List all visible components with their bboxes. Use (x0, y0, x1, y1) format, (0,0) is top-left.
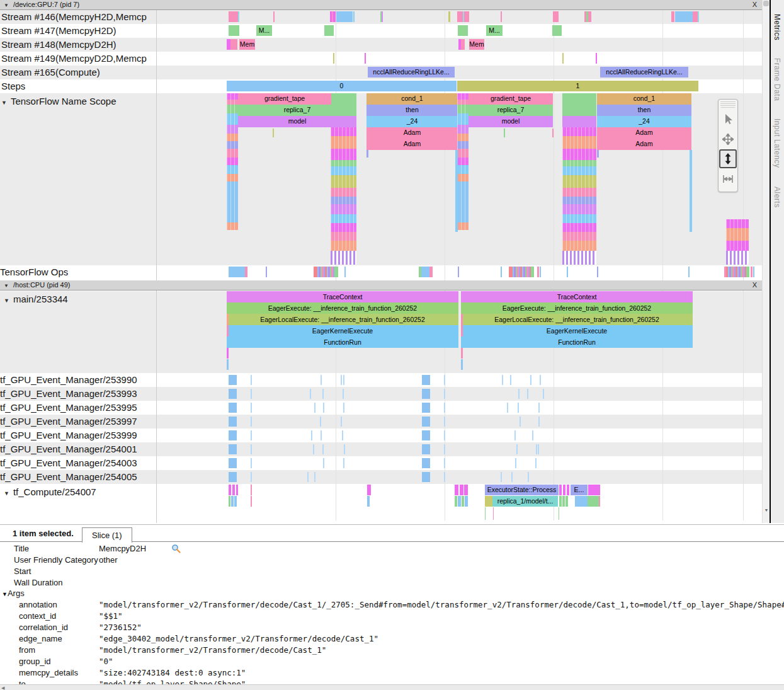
trace-event[interactable] (753, 267, 754, 277)
trace-event[interactable] (530, 375, 531, 385)
trace-event[interactable]: model (238, 116, 356, 127)
trace-event[interactable] (251, 430, 252, 440)
trace-event[interactable] (565, 496, 568, 507)
trace-event[interactable] (310, 389, 311, 399)
trace-event[interactable] (597, 150, 599, 158)
trace-event[interactable] (251, 403, 252, 413)
collapse-arrow-icon[interactable]: ▼ (4, 3, 9, 8)
trace-event[interactable] (367, 485, 371, 495)
trace-event[interactable] (422, 403, 430, 413)
trace-event[interactable] (559, 507, 559, 520)
trace-event[interactable] (341, 375, 342, 385)
trace-event[interactable] (251, 496, 252, 507)
trace-event[interactable] (514, 430, 516, 440)
trace-event[interactable] (229, 389, 237, 399)
trace-event[interactable] (444, 389, 445, 399)
pan-tool-button[interactable] (719, 129, 737, 149)
trace-event[interactable]: M... (256, 25, 272, 36)
trace-event[interactable] (422, 472, 430, 482)
trace-event[interactable] (690, 150, 692, 232)
trace-event[interactable]: M... (486, 25, 503, 36)
trace-event[interactable] (688, 267, 690, 277)
trace-event[interactable] (238, 11, 239, 22)
trace-event[interactable] (227, 348, 229, 359)
args-section-header[interactable]: ▼Args (2, 589, 25, 598)
trace-event[interactable] (460, 485, 463, 495)
scroll-left-icon[interactable]: ◀ (1, 685, 4, 690)
trace-event[interactable] (538, 417, 540, 427)
trace-event[interactable] (501, 267, 502, 277)
trace-event[interactable] (562, 496, 565, 507)
trace-event[interactable] (307, 472, 309, 482)
trace-event[interactable] (671, 11, 674, 22)
trace-event[interactable] (448, 11, 450, 22)
trace-event[interactable] (567, 485, 569, 495)
trace-event[interactable] (562, 93, 596, 105)
trace-event[interactable]: Adam (597, 127, 691, 139)
trace-event[interactable] (562, 53, 564, 64)
trace-event[interactable] (251, 472, 252, 482)
trace-event[interactable] (461, 39, 465, 50)
trace-event[interactable] (693, 11, 698, 22)
scrollbar-thumb[interactable] (763, 1, 769, 6)
trace-event[interactable]: ncclAllReduceRingLLKe... (368, 67, 455, 78)
trace-event[interactable]: 0 (227, 81, 457, 91)
trace-event[interactable] (314, 472, 315, 482)
trace-event-edge[interactable] (461, 314, 463, 325)
trace-event[interactable]: gradient_tape (238, 93, 331, 105)
trace-event[interactable] (314, 403, 315, 413)
trace-event[interactable] (455, 150, 458, 232)
trace-event[interactable]: EagerExecute: __inference_train_function… (461, 302, 693, 314)
trace-event[interactable] (322, 444, 324, 454)
trace-event[interactable]: Mem (239, 39, 255, 50)
trace-event[interactable] (422, 389, 430, 399)
trace-event[interactable] (444, 403, 445, 413)
trace-event[interactable] (229, 11, 238, 22)
trace-event[interactable] (516, 444, 518, 454)
trace-event[interactable] (382, 11, 383, 22)
trace-event[interactable] (229, 472, 237, 482)
trace-event[interactable] (251, 375, 252, 385)
zoom-tool-button[interactable] (719, 149, 737, 168)
trace-event[interactable] (507, 403, 508, 413)
scroll-down-icon[interactable]: ▼ (763, 508, 770, 512)
trace-event[interactable] (552, 25, 562, 36)
trace-event[interactable] (367, 496, 370, 507)
trace-event[interactable] (537, 267, 539, 277)
trace-event[interactable] (429, 267, 433, 277)
trace-event[interactable] (422, 444, 430, 454)
trace-event[interactable] (344, 267, 346, 277)
trace-event[interactable] (455, 496, 457, 507)
trace-event[interactable] (229, 25, 239, 36)
trace-event[interactable]: EagerKernelExecute (227, 325, 458, 336)
trace-event[interactable]: ExecutorState::Process (485, 485, 559, 495)
trace-event[interactable] (245, 267, 247, 277)
call-stack-column[interactable] (726, 219, 749, 265)
trace-event[interactable] (444, 375, 445, 385)
trace-event[interactable] (563, 485, 565, 495)
trace-event[interactable] (562, 116, 596, 127)
trace-event[interactable]: FunctionRun (227, 336, 458, 348)
trace-event[interactable]: _24 (366, 116, 458, 127)
trace-event[interactable] (596, 53, 597, 64)
trace-event[interactable] (444, 444, 445, 454)
trace-event[interactable] (520, 417, 521, 427)
trace-event-edge[interactable] (227, 325, 229, 336)
trace-event[interactable] (751, 267, 753, 277)
main-thread-track[interactable]: TraceContextEagerExecute: __inference_tr… (156, 291, 762, 373)
trace-event[interactable] (457, 11, 463, 22)
trace-event[interactable] (236, 485, 238, 495)
trace-event[interactable] (315, 267, 334, 277)
trace-event[interactable] (343, 375, 344, 385)
trace-event[interactable] (493, 507, 494, 520)
trace-event[interactable] (333, 11, 336, 22)
trace-event[interactable] (365, 53, 366, 64)
trace-event[interactable] (531, 267, 534, 277)
trace-event[interactable] (518, 389, 520, 399)
trace-event[interactable]: EagerLocalExecute: __inference_train_fun… (461, 314, 693, 325)
trace-event[interactable] (455, 485, 458, 495)
trace-event[interactable] (313, 444, 314, 454)
trace-event[interactable] (251, 485, 252, 495)
trace-event[interactable] (538, 444, 539, 454)
tab-slice[interactable]: Slice (1) (82, 527, 132, 543)
